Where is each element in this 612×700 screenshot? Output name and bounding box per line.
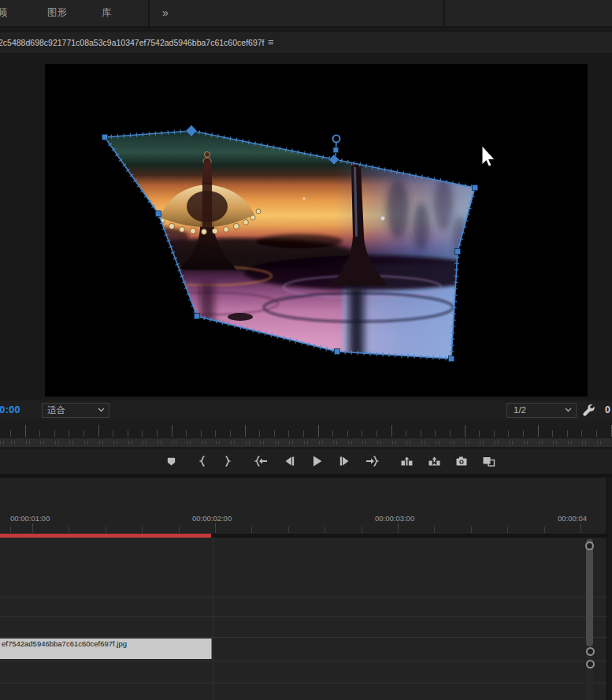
duration-timecode-partial: 0 — [605, 400, 610, 420]
go-to-out-button[interactable] — [362, 452, 381, 470]
program-monitor[interactable] — [0, 53, 612, 400]
step-back-icon — [284, 456, 295, 467]
sequence-end-line — [213, 538, 213, 700]
scrollbar-knob-bottom[interactable] — [586, 660, 595, 668]
tab-bar-divider-2 — [443, 0, 445, 26]
mark-out-icon — [223, 455, 232, 467]
ruler-label: 00:00:01:00 — [10, 514, 50, 523]
lift-icon — [400, 456, 414, 467]
tab-library[interactable]: 库 — [102, 0, 112, 26]
seek-ruler-major-ticks — [0, 425, 612, 437]
panel-tab-bar: 频 图形 库 » — [0, 0, 612, 28]
playback-resolution-select[interactable]: 1/2 — [506, 403, 577, 418]
chevron-down-icon — [565, 408, 572, 412]
track-divider — [0, 616, 606, 617]
wrench-icon — [581, 403, 595, 417]
handle-anchor-square[interactable] — [333, 147, 339, 153]
monitor-seek-ruler[interactable] — [0, 420, 612, 438]
timeline-right-edge — [606, 478, 612, 700]
premiere-window: 频 图形 库 » 2c5488d698c921771c08a53c9a10347… — [0, 0, 612, 700]
zoom-level-select[interactable]: 适合 — [42, 403, 109, 418]
mark-out-button[interactable] — [218, 452, 237, 470]
step-forward-icon — [339, 456, 351, 467]
zoom-level-value: 适合 — [43, 405, 65, 415]
play-button[interactable] — [307, 452, 326, 470]
extract-button[interactable] — [425, 452, 443, 470]
go-to-in-button[interactable] — [252, 452, 271, 470]
tab-bar-divider — [148, 0, 150, 26]
settings-wrench-button[interactable] — [581, 403, 595, 417]
handle-top-left[interactable] — [102, 135, 108, 140]
export-frame-button[interactable] — [452, 452, 471, 470]
camera-icon — [455, 456, 468, 467]
go-to-out-icon — [365, 455, 379, 467]
panel-menu-icon[interactable]: ≡ — [268, 32, 274, 53]
tab-graphics[interactable]: 图形 — [47, 0, 67, 26]
lift-button[interactable] — [397, 452, 416, 470]
track-divider — [0, 637, 606, 638]
timeline-panel: 00:00:01:00 00:00:02:00 00:00:03:00 00:0… — [0, 478, 612, 700]
extract-icon — [428, 456, 441, 467]
step-forward-button[interactable] — [335, 452, 354, 470]
track-divider — [0, 597, 606, 598]
comparison-view-icon — [482, 456, 495, 467]
scrollbar-knob-mid[interactable] — [586, 647, 595, 656]
playback-resolution-value: 1/2 — [507, 405, 526, 415]
monitor-tab-title[interactable]: 2c5488d698c921771c08a53c9a10347ef7542ad5… — [0, 32, 266, 53]
handle-bottom-mid[interactable] — [335, 349, 340, 355]
ruler-label: 00:00:02:00 — [192, 514, 232, 523]
track-divider — [0, 683, 606, 683]
timeline-tracks[interactable]: ef7542ad5946bba7c61c60cef697f.jpg — [0, 538, 606, 700]
handle-bottom-right[interactable] — [449, 356, 454, 362]
timeline-ruler-minor-ticks — [0, 527, 606, 533]
tab-video[interactable]: 频 — [0, 0, 8, 26]
handle-top-right[interactable] — [473, 185, 478, 191]
zoom-scrollbar-ticks — [0, 441, 612, 445]
mark-in-button[interactable] — [193, 452, 212, 470]
play-icon — [311, 455, 323, 467]
transport-bar — [0, 449, 612, 478]
handle-bottom-left[interactable] — [195, 314, 200, 319]
handle-anchor-ring[interactable] — [333, 136, 340, 143]
monitor-control-row: 00:00 适合 1/2 0 — [0, 400, 612, 420]
monitor-zoom-scrollbar[interactable] — [0, 438, 612, 449]
step-back-button[interactable] — [280, 452, 299, 470]
chevron-down-icon — [98, 408, 105, 412]
monitor-tab-row: 2c5488d698c921771c08a53c9a10347ef7542ad5… — [0, 32, 612, 54]
ruler-label: 00:00:03:00 — [375, 514, 414, 523]
monitor-canvas — [0, 53, 612, 400]
ruler-label: 00:00:04 — [558, 514, 587, 523]
marker-icon — [165, 456, 177, 467]
timeline-clip[interactable]: ef7542ad5946bba7c61c60cef697f.jpg — [0, 639, 212, 659]
panel-overflow-chevron[interactable]: » — [162, 0, 169, 26]
scrollbar-knob-top[interactable] — [585, 542, 594, 550]
current-timecode[interactable]: 00:00 — [0, 400, 20, 420]
go-to-in-icon — [254, 455, 269, 467]
clip-label: ef7542ad5946bba7c61c60cef697f.jpg — [0, 639, 211, 649]
add-marker-button[interactable] — [161, 452, 180, 470]
mark-in-icon — [198, 455, 207, 467]
handle-left-mid[interactable] — [156, 211, 161, 217]
track-divider — [0, 661, 606, 661]
handle-right-mid[interactable] — [455, 249, 461, 255]
timeline-vertical-scrollbar-thumb[interactable] — [586, 539, 593, 646]
comparison-view-button[interactable] — [479, 452, 498, 470]
